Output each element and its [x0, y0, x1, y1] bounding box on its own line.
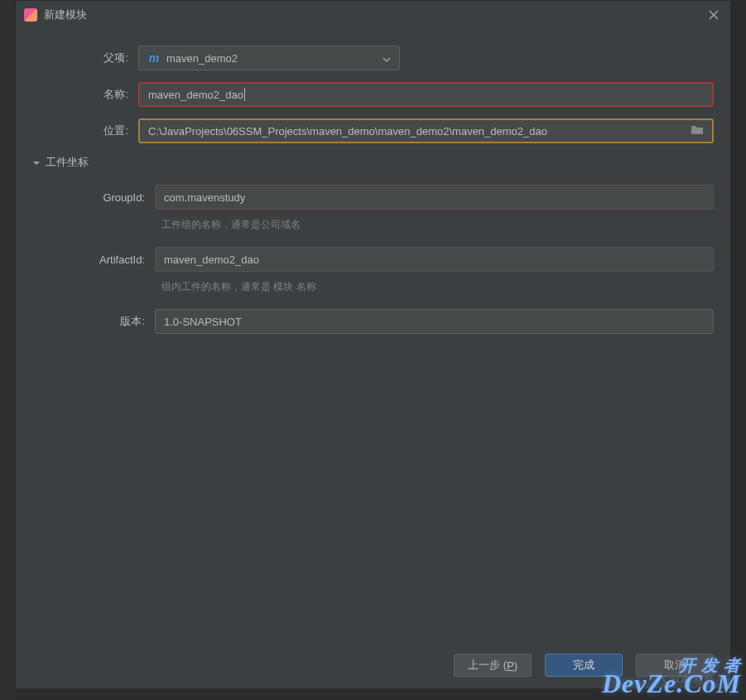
- artifactid-row: ArtifactId: maven_demo2_dao: [39, 247, 714, 272]
- parent-row: 父项: m maven_demo2: [39, 46, 714, 70]
- groupid-row: GroupId: com.mavenstudy: [39, 185, 714, 210]
- close-icon[interactable]: [705, 7, 722, 23]
- artifactid-input[interactable]: maven_demo2_dao: [155, 247, 714, 272]
- chevron-down-icon: [32, 157, 41, 169]
- name-input[interactable]: maven_demo2_dao: [138, 82, 714, 107]
- version-row: 版本: 1.0-SNAPSHOT: [39, 309, 714, 334]
- name-label: 名称:: [39, 87, 138, 102]
- maven-icon: m: [147, 51, 161, 65]
- dialog-titlebar: 新建模块: [16, 1, 730, 29]
- parent-label: 父项:: [39, 51, 138, 65]
- finish-button[interactable]: 完成: [545, 654, 623, 677]
- artifactid-label: ArtifactId:: [39, 253, 155, 266]
- dialog-button-bar: 上一步 (P) 完成 取消 CSDN @会: [16, 642, 730, 688]
- new-module-dialog: 新建模块 父项: m maven_demo2 名称: maven_de: [15, 0, 731, 689]
- location-value: C:\JavaProjects\06SSM_Projects\maven_dem…: [148, 125, 684, 138]
- location-input[interactable]: C:\JavaProjects\06SSM_Projects\maven_dem…: [138, 118, 714, 143]
- groupid-input[interactable]: com.mavenstudy: [155, 185, 714, 210]
- version-input[interactable]: 1.0-SNAPSHOT: [155, 309, 714, 334]
- coordinates-section-row: 工件坐标: [39, 155, 714, 170]
- version-value: 1.0-SNAPSHOT: [164, 316, 242, 328]
- groupid-hint: 工件组的名称，通常是公司域名: [161, 218, 301, 232]
- name-row: 名称: maven_demo2_dao: [39, 82, 714, 107]
- groupid-hint-row: 工件组的名称，通常是公司域名: [39, 218, 714, 232]
- artifactid-value: maven_demo2_dao: [164, 253, 259, 266]
- artifactid-hint-row: 组内工件的名称，通常是 模块 名称: [39, 280, 714, 294]
- dialog-title: 新建模块: [44, 7, 705, 22]
- folder-icon[interactable]: [684, 124, 704, 138]
- parent-value: maven_demo2: [166, 52, 383, 65]
- artifactid-hint: 组内工件的名称，通常是 模块 名称: [161, 280, 316, 294]
- groupid-value: com.mavenstudy: [164, 191, 245, 204]
- coordinates-section-label: 工件坐标: [46, 155, 89, 170]
- background-editor-fragment: [0, 0, 15, 700]
- location-row: 位置: C:\JavaProjects\06SSM_Projects\maven…: [39, 118, 714, 143]
- csdn-watermark: CSDN @会: [662, 673, 714, 687]
- groupid-label: GroupId:: [39, 191, 155, 204]
- location-label: 位置:: [39, 123, 138, 138]
- text-cursor: [244, 88, 245, 101]
- dialog-content: 父项: m maven_demo2 名称: maven_demo2_dao: [16, 29, 730, 642]
- previous-button[interactable]: 上一步 (P): [454, 654, 532, 677]
- intellij-icon: [24, 8, 37, 22]
- coordinates-section-header[interactable]: 工件坐标: [32, 155, 89, 170]
- parent-dropdown[interactable]: m maven_demo2: [138, 46, 400, 70]
- version-label: 版本:: [39, 314, 155, 329]
- chevron-down-icon: [383, 52, 391, 65]
- name-value: maven_demo2_dao: [148, 89, 243, 101]
